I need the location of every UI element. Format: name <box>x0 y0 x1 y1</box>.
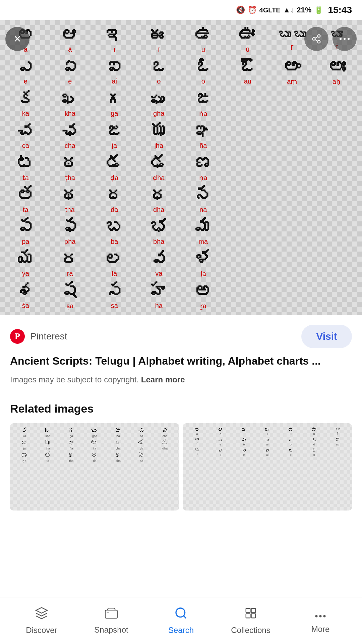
signal-icon: ▲↓ <box>283 6 294 14</box>
snapshot-icon <box>104 607 118 623</box>
info-section: P Pinterest Visit Ancient Scripts: Telug… <box>0 315 362 392</box>
collections-label: Collections <box>231 626 270 635</box>
nav-search[interactable]: Search <box>154 606 208 635</box>
more-icon <box>314 607 327 622</box>
discover-icon <box>35 606 48 623</box>
related-image-2[interactable]: అa ఆā ఇi ఈī ఉu ఊū బుṛ బూr̄ ఎe ఏē ఐai ఒo … <box>183 423 352 511</box>
svg-point-10 <box>176 608 185 617</box>
nav-collections[interactable]: Collections <box>224 606 278 635</box>
visit-button[interactable]: Visit <box>301 325 352 348</box>
telugu-cell-aa: ఆ ā <box>48 23 93 55</box>
related-title: Related images <box>10 402 352 415</box>
telugu-cell-uu: ఊ ū <box>226 23 270 55</box>
svg-point-18 <box>323 615 326 618</box>
collections-icon <box>244 606 257 623</box>
search-icon <box>174 606 188 623</box>
learn-more-link[interactable]: Learn more <box>141 375 185 384</box>
status-time: 15:43 <box>328 5 352 15</box>
pinterest-logo: P <box>10 329 25 344</box>
nav-snapshot[interactable]: Snapshot <box>84 607 138 635</box>
related-image-1[interactable]: కka ఖkha గga ఘgha ఙṅa చca ఛcha జja ఝjha … <box>10 423 179 511</box>
svg-line-11 <box>184 616 186 618</box>
close-button[interactable]: × <box>5 27 29 51</box>
svg-point-2 <box>318 41 320 43</box>
alarm-icon: ⏰ <box>248 6 257 14</box>
image-title: Ancient Scripts: Telugu | Alphabet writi… <box>10 354 352 369</box>
search-label: Search <box>168 626 194 635</box>
svg-rect-12 <box>246 608 250 613</box>
svg-rect-14 <box>246 614 250 618</box>
related-images-grid: కka ఖkha గga ఘgha ఙṅa చca ఛcha జja ఝjha … <box>10 423 352 511</box>
image-overlay-buttons <box>304 27 357 51</box>
svg-point-16 <box>315 615 318 618</box>
telugu-cell-i: ఇ i <box>92 23 137 55</box>
svg-rect-15 <box>251 614 256 618</box>
nav-more[interactable]: More <box>294 607 347 634</box>
source-name: Pinterest <box>30 331 67 342</box>
related-section: Related images కka ఖkha గga ఘgha ఙṅa చca… <box>0 392 362 517</box>
bottom-navigation: Discover Snapshot Search <box>0 597 362 644</box>
telugu-cell-u: ఉ u <box>181 23 226 55</box>
svg-point-6 <box>344 38 346 40</box>
battery-level: 21% <box>297 6 311 14</box>
more-label: More <box>311 625 330 634</box>
svg-line-3 <box>315 40 318 41</box>
svg-rect-13 <box>251 608 256 613</box>
snapshot-label: Snapshot <box>94 625 128 635</box>
status-bar: 🔇 ⏰ 4GLTE ▲↓ 21% 🔋 15:43 <box>0 0 362 20</box>
battery-icon: 🔋 <box>314 6 323 14</box>
share-button[interactable] <box>304 27 328 51</box>
svg-point-0 <box>318 35 320 38</box>
svg-point-1 <box>313 38 315 40</box>
svg-rect-8 <box>105 610 117 618</box>
more-options-button[interactable] <box>333 27 357 51</box>
nav-discover[interactable]: Discover <box>15 606 68 635</box>
status-icons: 🔇 ⏰ 4GLTE ▲↓ 21% 🔋 <box>236 6 323 14</box>
svg-line-4 <box>315 37 318 38</box>
discover-label: Discover <box>26 626 57 635</box>
svg-point-17 <box>319 615 322 618</box>
svg-point-7 <box>348 38 350 40</box>
network-icon: 4GLTE <box>259 6 281 14</box>
mute-icon: 🔇 <box>236 6 245 14</box>
main-image: అ a ఆ ā ఇ i ఈ ī ఉ u ఊ ū బు బు ṛ బూ r̄ <box>0 20 362 315</box>
copyright-text: Images may be subject to copyright. Lear… <box>10 374 352 385</box>
svg-point-5 <box>340 38 342 40</box>
telugu-cell-ii: ఈ ī <box>137 23 181 55</box>
telugu-alphabet-chart: అ a ఆ ā ఇ i ఈ ī ఉ u ఊ ū బు బు ṛ బూ r̄ <box>0 20 362 315</box>
source-row: P Pinterest Visit <box>10 325 352 348</box>
source-info: P Pinterest <box>10 329 67 344</box>
